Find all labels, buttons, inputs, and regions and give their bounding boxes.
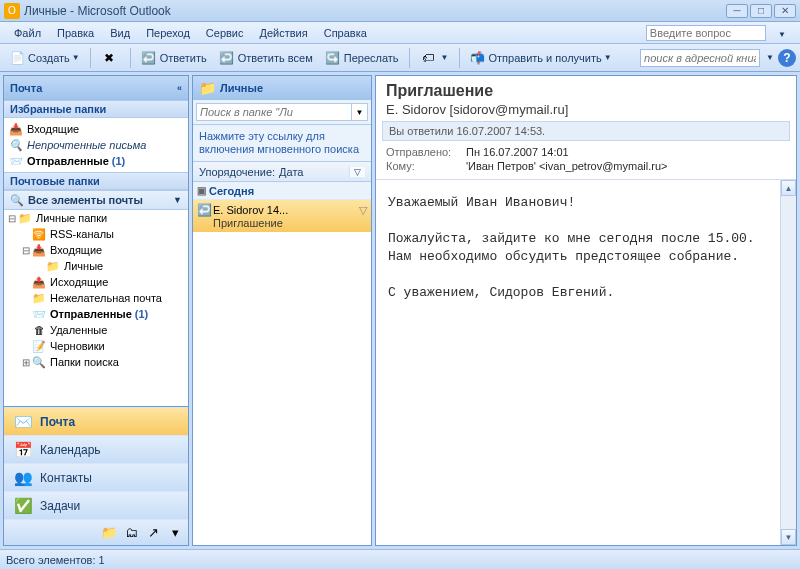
scroll-down-button[interactable]: ▼: [781, 529, 796, 545]
favorite-item[interactable]: 🔍Непрочтенные письма: [6, 137, 186, 153]
menu-bar: Файл Правка Вид Переход Сервис Действия …: [0, 22, 800, 44]
message-list-body: ▣ Сегодня ↩️E. Sidorov 14...▽Приглашение: [193, 182, 371, 545]
menu-view[interactable]: Вид: [102, 25, 138, 41]
section-icon: ✅: [12, 497, 34, 515]
forward-button[interactable]: ↪️Переслать: [320, 48, 404, 68]
folder-icon: 📁: [31, 291, 47, 305]
new-icon: 📄: [9, 50, 25, 66]
item-count: (1): [112, 155, 125, 167]
tree-item[interactable]: 🗑Удаленные: [4, 322, 188, 338]
nav-section-Контакты[interactable]: 👥Контакты: [4, 463, 188, 491]
tree-item[interactable]: 🛜RSS-каналы: [4, 226, 188, 242]
reply-icon: ↩️: [141, 50, 157, 66]
message-item[interactable]: ↩️E. Sidorov 14...▽Приглашение: [193, 200, 371, 232]
tree-item[interactable]: 📁Нежелательная почта: [4, 290, 188, 306]
nav-header: Почта «: [4, 76, 188, 100]
folder-filter-label: Все элементы почты: [28, 194, 143, 206]
addr-search-dropdown-icon[interactable]: ▼: [766, 53, 774, 62]
favorite-item[interactable]: 📨Отправленные(1): [6, 153, 186, 169]
ask-dropdown-icon[interactable]: ▼: [768, 28, 794, 41]
menu-actions[interactable]: Действия: [252, 25, 316, 41]
group-toggle-icon[interactable]: ▣: [197, 185, 209, 196]
item-label: Нежелательная почта: [50, 292, 162, 304]
item-label: Входящие: [50, 244, 102, 256]
folder-icon: 📝: [31, 339, 47, 353]
nav-section-Задачи[interactable]: ✅Задачи: [4, 491, 188, 519]
tree-item[interactable]: 📁Личные: [4, 258, 188, 274]
delete-button[interactable]: ✖: [96, 48, 125, 68]
folder-icon: 📁: [199, 80, 216, 96]
scroll-up-button[interactable]: ▲: [781, 180, 796, 196]
reply-all-icon: ↩️: [219, 50, 235, 66]
nav-collapse-icon[interactable]: «: [177, 83, 182, 93]
section-icon: 📅: [12, 441, 34, 459]
menu-help[interactable]: Справка: [316, 25, 375, 41]
nav-sections: ✉️Почта📅Календарь👥Контакты✅Задачи: [4, 406, 188, 519]
item-label: Личные: [64, 260, 103, 272]
reply-all-button[interactable]: ↩️Ответить всем: [214, 48, 318, 68]
message-from: E. Sidorov [sidorov@mymail.ru]: [376, 102, 796, 121]
message-subject-label: Приглашение: [197, 217, 367, 229]
instant-search-hint[interactable]: Нажмите эту ссылку для включения мгновен…: [193, 125, 371, 162]
nav-mini-button[interactable]: ▾: [166, 524, 184, 542]
close-button[interactable]: ✕: [774, 4, 796, 18]
nav-mini-button[interactable]: ↗: [144, 524, 162, 542]
flag-icon[interactable]: ▽: [359, 204, 367, 217]
new-button[interactable]: 📄Создать▼: [4, 48, 85, 68]
tree-toggle-icon[interactable]: ⊟: [20, 245, 31, 256]
item-label: Личные папки: [36, 212, 107, 224]
list-search-bar: ▼: [193, 100, 371, 125]
reply-button[interactable]: ↩️Ответить: [136, 48, 212, 68]
menu-tools[interactable]: Сервис: [198, 25, 252, 41]
nav-header-label: Почта: [10, 82, 42, 94]
sort-direction-icon[interactable]: ▽: [349, 167, 365, 177]
list-group-header[interactable]: ▣ Сегодня: [193, 182, 371, 200]
filter-dropdown-icon[interactable]: ▼: [173, 195, 182, 205]
list-sort-bar[interactable]: Упорядочение: Дата ▽: [193, 162, 371, 182]
folder-icon: 📨: [8, 154, 24, 168]
ask-question-input[interactable]: [646, 25, 766, 41]
tree-item[interactable]: ⊟📥Входящие: [4, 242, 188, 258]
address-book-search-input[interactable]: [640, 49, 760, 67]
menu-file[interactable]: Файл: [6, 25, 49, 41]
nav-mini-button[interactable]: 📁: [100, 524, 118, 542]
toolbar: 📄Создать▼ ✖ ↩️Ответить ↩️Ответить всем ↪…: [0, 44, 800, 72]
categorize-button[interactable]: 🏷▼: [415, 48, 454, 68]
menu-edit[interactable]: Правка: [49, 25, 102, 41]
help-button[interactable]: ?: [778, 49, 796, 67]
tree-item[interactable]: 📨Отправленные(1): [4, 306, 188, 322]
tree-item[interactable]: 📤Исходящие: [4, 274, 188, 290]
message-from-label: E. Sidorov 14...: [213, 204, 359, 216]
folder-icon: 🛜: [31, 227, 47, 241]
minimize-button[interactable]: ─: [726, 4, 748, 18]
favorite-item[interactable]: 📥Входящие: [6, 121, 186, 137]
nav-section-Календарь[interactable]: 📅Календарь: [4, 435, 188, 463]
menu-go[interactable]: Переход: [138, 25, 198, 41]
section-icon: ✉️: [12, 413, 34, 431]
item-label: Папки поиска: [50, 356, 119, 368]
section-label: Календарь: [40, 443, 101, 457]
send-receive-button[interactable]: 📬Отправить и получить ▼: [465, 48, 617, 68]
maximize-button[interactable]: □: [750, 4, 772, 18]
reading-pane: Приглашение E. Sidorov [sidorov@mymail.r…: [375, 75, 797, 546]
section-label: Почта: [40, 415, 75, 429]
nav-section-Почта[interactable]: ✉️Почта: [4, 407, 188, 435]
list-search-dropdown-icon[interactable]: ▼: [352, 103, 368, 121]
list-search-input[interactable]: [196, 103, 352, 121]
tree-toggle-icon[interactable]: ⊞: [20, 357, 31, 368]
tree-item[interactable]: ⊟📁Личные папки: [4, 210, 188, 226]
section-icon: 👥: [12, 469, 34, 487]
tree-toggle-icon[interactable]: ⊟: [6, 213, 17, 224]
reading-scrollbar[interactable]: ▲ ▼: [780, 180, 796, 545]
message-body: Уважаемый Иван Иванович! Пожалуйста, зай…: [376, 180, 780, 545]
favorites-header[interactable]: Избранные папки: [4, 100, 188, 118]
item-label: Отправленные: [27, 155, 109, 167]
filter-icon: 🔍: [10, 194, 24, 207]
message-list-pane: 📁 Личные ▼ Нажмите эту ссылку для включе…: [192, 75, 372, 546]
to-label: Кому:: [386, 160, 466, 172]
folder-filter[interactable]: 🔍 Все элементы почты ▼: [4, 190, 188, 210]
tree-item[interactable]: ⊞🔍Папки поиска: [4, 354, 188, 370]
tree-item[interactable]: 📝Черновики: [4, 338, 188, 354]
mail-folders-header[interactable]: Почтовые папки: [4, 172, 188, 190]
nav-mini-button[interactable]: 🗂: [122, 524, 140, 542]
